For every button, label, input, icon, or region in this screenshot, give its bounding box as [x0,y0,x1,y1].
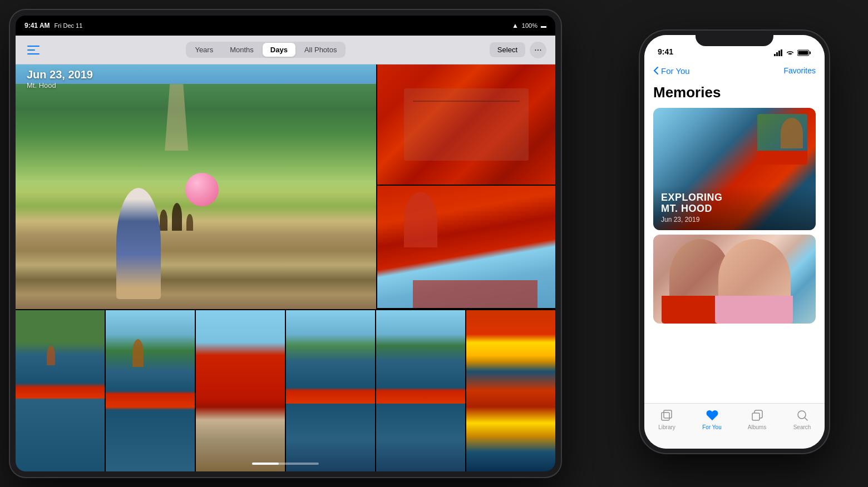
ipad-toolbar: Years Months Days All Photos Select ··· [16,36,555,64]
date-location: Mt. Hood [27,81,93,90]
tab-albums-label: Albums [748,424,766,430]
segment-all-photos[interactable]: All Photos [297,43,345,57]
iphone-content: Memories EXPLORINGMT. HOOD Jun 23, 2019 [644,82,825,324]
svg-rect-5 [810,52,811,54]
photo-bottom-4[interactable] [286,310,375,471]
segment-years[interactable]: Years [187,43,221,57]
back-label: For You [661,66,690,76]
ipad-body: 9:41 AM Fri Dec 11 ▲ 100% ▬ [10,10,561,477]
favorites-button[interactable]: Favorites [783,66,816,75]
segment-days[interactable]: Days [263,43,295,57]
tab-library-label: Library [658,424,675,430]
tab-albums[interactable]: Albums [734,408,780,430]
iphone-body: 9:41 [640,31,829,453]
iphone-notch [696,31,773,46]
svg-rect-0 [774,54,776,56]
memory-card-1[interactable]: EXPLORINGMT. HOOD Jun 23, 2019 [653,108,816,230]
tab-library[interactable]: Library [644,408,689,430]
more-button[interactable]: ··· [530,42,546,58]
tab-for-you[interactable]: For You [689,408,734,430]
svg-rect-2 [778,51,780,56]
memory-date: Jun 23, 2019 [661,216,808,223]
battery-icon [797,49,811,56]
photo-main-left[interactable] [16,64,376,309]
select-button[interactable]: Select [490,42,525,57]
sidebar-toggle-button[interactable] [24,41,42,59]
back-button[interactable]: For You [653,66,690,76]
svg-rect-8 [664,410,672,418]
iphone-tabbar: Library For You [644,403,825,449]
memories-title: Memories [653,82,816,101]
svg-rect-6 [798,51,808,55]
photo-grid [16,64,555,471]
memory-card-2-bg [653,235,816,324]
memory-text-overlay: EXPLORINGMT. HOOD Jun 23, 2019 [653,186,816,230]
iphone-screen: 9:41 [644,35,825,449]
iphone-status-right [774,49,811,56]
ipad-date-label: Jun 23, 2019 Mt. Hood [27,68,93,90]
photo-bottom-5[interactable] [376,310,465,471]
ipad-status-date: Fri Dec 11 [55,22,83,29]
photo-library-icon [660,408,674,423]
wifi-icon [786,49,795,56]
ipad-device: 9:41 AM Fri Dec 11 ▲ 100% ▬ [10,10,561,477]
photo-bottom-2[interactable] [106,310,195,471]
heart-icon [705,408,719,423]
tab-search-label: Search [793,424,811,430]
photo-top-right-2[interactable] [377,186,555,308]
ipad-status-time: 9:41 AM [24,22,50,29]
scroll-thumb [252,463,279,465]
segment-control: Years Months Days All Photos [186,42,346,58]
battery-status: 100% [522,22,537,29]
memory-title-text: EXPLORINGMT. HOOD [661,192,723,214]
tab-search[interactable]: Search [780,408,825,430]
segment-months[interactable]: Months [222,43,262,57]
svg-rect-1 [776,52,778,56]
search-icon [795,408,810,423]
svg-rect-9 [752,413,760,420]
back-chevron-icon [653,66,659,75]
wifi-icon: ▲ [512,22,519,29]
photo-top-right-1[interactable] [377,64,555,185]
svg-rect-3 [781,49,782,56]
date-main: Jun 23, 2019 [27,68,93,81]
photo-bottom-3[interactable] [196,310,285,471]
svg-point-10 [798,411,806,419]
tab-for-you-label: For You [702,424,721,430]
ipad-screen: 9:41 AM Fri Dec 11 ▲ 100% ▬ [16,16,555,471]
ellipsis-icon: ··· [534,45,541,55]
iphone-nav: For You Favorites [644,59,825,82]
ipad-status-bar: 9:41 AM Fri Dec 11 ▲ 100% ▬ [16,16,555,36]
scroll-indicator [252,463,319,465]
photo-bottom-1[interactable] [16,310,105,471]
favorites-label: Favorites [783,66,816,75]
iphone-device: 9:41 [640,31,829,453]
signal-icon [774,49,783,56]
sidebar-toggle-icon [27,46,40,54]
memory-card-2[interactable] [653,235,816,324]
ipad-status-right: ▲ 100% ▬ [512,22,546,29]
memory-title: EXPLORINGMT. HOOD [661,192,808,215]
svg-rect-7 [662,413,669,420]
iphone-status-time: 9:41 [658,47,673,56]
photo-bottom-6[interactable] [466,310,555,471]
albums-icon [750,408,765,423]
toolbar-right: Select ··· [490,42,546,58]
photo-bottom-row [16,310,555,471]
battery-icon: ▬ [541,23,546,29]
